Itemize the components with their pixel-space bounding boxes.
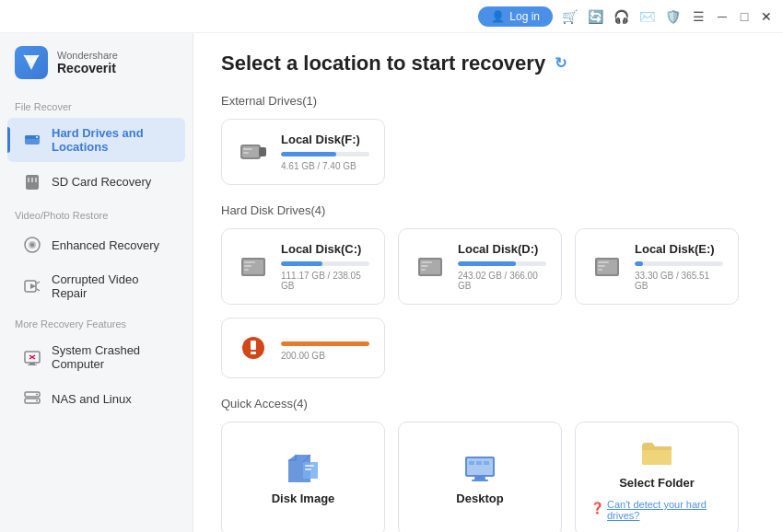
svg-point-9 — [30, 243, 34, 247]
svg-rect-6 — [35, 178, 37, 182]
sidebar-item-system-crashed[interactable]: System Crashed Computer — [7, 335, 185, 379]
hdd-icon-d — [414, 250, 447, 283]
card-inner-f: Local Disk(F:) 4.61 GB / 7.40 GB — [237, 133, 369, 171]
list-icon[interactable]: ☰ — [689, 7, 707, 26]
titlebar: 👤 Log in 🛒 🔄 🎧 ✉️ 🛡️ ☰ ─ □ ✕ — [0, 0, 783, 33]
svg-rect-45 — [251, 352, 256, 354]
system-crashed-icon — [22, 347, 42, 367]
drive-card-e[interactable]: Local Disk(E:) 33.30 GB / 365.51 GB — [575, 228, 739, 305]
system-crashed-label: System Crashed Computer — [52, 343, 170, 371]
quick-card-select-folder[interactable]: Select Folder ❓ Can't detect your hard d… — [575, 422, 739, 532]
login-button[interactable]: 👤 Log in — [478, 6, 553, 27]
hard-drives-icon — [22, 130, 42, 150]
folder-icon — [638, 437, 675, 468]
card-size-e: 33.30 GB / 365.51 GB — [635, 271, 723, 291]
desktop-icon — [462, 453, 497, 484]
desktop-label: Desktop — [456, 492, 503, 505]
card-name-d: Local Disk(D:) — [458, 242, 546, 256]
question-icon: ❓ — [590, 502, 604, 515]
hard-drives-label: Hard Drives and Locations — [52, 126, 170, 154]
external-drives-row: Local Disk(F:) 4.61 GB / 7.40 GB — [221, 119, 755, 185]
sidebar-item-nas-linux[interactable]: NAS and Linux — [7, 380, 185, 417]
card-size-nolabel: 200.00 GB — [281, 351, 369, 361]
email-icon[interactable]: ✉️ — [637, 7, 656, 26]
sd-card-label: SD Card Recovery — [52, 175, 151, 189]
minimize-button[interactable]: ─ — [715, 9, 730, 24]
sidebar-item-sd-card[interactable]: SD Card Recovery — [7, 163, 185, 200]
card-inner-d: Local Disk(D:) 243.02 GB / 366.00 GB — [414, 242, 546, 291]
shield-icon[interactable]: 🛡️ — [663, 7, 682, 26]
hard-disk-drives-title: Hard Disk Drives(4) — [221, 203, 755, 217]
enhanced-recovery-label: Enhanced Recovery — [52, 238, 159, 252]
sidebar-item-corrupted-video[interactable]: Corrupted Video Repair — [7, 264, 185, 308]
login-label: Log in — [509, 10, 540, 23]
card-size-f: 4.61 GB / 7.40 GB — [281, 161, 369, 171]
content-area: Select a location to start recovery ↻ Ex… — [193, 33, 783, 532]
svg-rect-35 — [421, 261, 432, 263]
page-title-text: Select a location to start recovery — [221, 52, 545, 75]
cart-icon[interactable]: 🛒 — [560, 7, 578, 26]
logo-brand: Wondershare — [57, 50, 118, 61]
user-icon: 👤 — [491, 10, 505, 23]
svg-rect-37 — [421, 269, 426, 271]
progress-fill-c — [281, 261, 322, 266]
svg-rect-54 — [484, 461, 489, 465]
nas-linux-icon — [22, 388, 42, 409]
svg-line-12 — [37, 282, 40, 283]
main-layout: Wondershare Recoverit File Recover Hard … — [0, 33, 783, 532]
section-label-file-recover: File Recover — [0, 92, 193, 117]
card-inner-e: Local Disk(E:) 33.30 GB / 365.51 GB — [590, 242, 723, 291]
sidebar: Wondershare Recoverit File Recover Hard … — [0, 33, 193, 532]
drive-card-f[interactable]: Local Disk(F:) 4.61 GB / 7.40 GB — [221, 119, 385, 185]
card-name-f: Local Disk(F:) — [281, 133, 369, 146]
svg-rect-32 — [244, 269, 249, 271]
svg-rect-15 — [29, 363, 35, 364]
rotate-icon[interactable]: 🔄 — [586, 7, 604, 26]
svg-rect-49 — [467, 458, 493, 475]
hdd-icon-e — [590, 250, 624, 283]
close-button[interactable]: ✕ — [759, 9, 774, 24]
svg-rect-41 — [598, 265, 605, 267]
svg-point-2 — [36, 136, 38, 138]
svg-rect-31 — [244, 265, 251, 267]
maximize-button[interactable]: □ — [737, 9, 752, 24]
quick-card-desktop[interactable]: Desktop — [398, 422, 562, 532]
sidebar-item-hard-drives[interactable]: Hard Drives and Locations — [7, 118, 185, 162]
drive-card-c[interactable]: Local Disk(C:) 111.17 GB / 238.05 GB — [221, 228, 385, 305]
svg-rect-25 — [259, 147, 266, 156]
svg-rect-5 — [31, 178, 33, 182]
sidebar-item-enhanced-recovery[interactable]: Enhanced Recovery — [7, 226, 185, 263]
svg-rect-4 — [28, 178, 29, 182]
corrupted-video-icon — [22, 276, 42, 296]
page-title: Select a location to start recovery ↻ — [221, 52, 755, 75]
svg-rect-46 — [305, 465, 314, 467]
drive-card-d[interactable]: Local Disk(D:) 243.02 GB / 366.00 GB — [398, 228, 562, 305]
logo-icon — [15, 46, 48, 79]
logo-text: Wondershare Recoverit — [57, 50, 118, 75]
svg-rect-52 — [469, 461, 474, 465]
cant-detect-link[interactable]: Can't detect your hard drives? — [607, 499, 723, 521]
svg-rect-30 — [244, 261, 255, 263]
card-info-f: Local Disk(F:) 4.61 GB / 7.40 GB — [281, 133, 369, 171]
sd-card-icon — [22, 171, 42, 191]
svg-line-13 — [37, 289, 40, 291]
drive-card-nolabel[interactable]: 200.00 GB — [221, 318, 385, 378]
quick-card-disk-image[interactable]: Disk Image — [221, 422, 385, 532]
quick-access-row: Disk Image Desktop — [221, 422, 755, 532]
card-info-nolabel: 200.00 GB — [281, 336, 369, 361]
refresh-icon[interactable]: ↻ — [555, 54, 573, 73]
svg-rect-16 — [28, 364, 37, 365]
headset-icon[interactable]: 🎧 — [612, 7, 630, 26]
quick-access-title: Quick Access(4) — [221, 397, 755, 411]
svg-point-21 — [36, 394, 38, 396]
logo-product: Recoverit — [57, 61, 118, 75]
disk-image-icon — [285, 453, 321, 484]
card-size-d: 243.02 GB / 366.00 GB — [458, 271, 546, 291]
svg-rect-36 — [421, 265, 428, 267]
svg-point-22 — [36, 400, 38, 402]
svg-marker-11 — [30, 283, 36, 289]
section-label-more-recovery: More Recovery Features — [0, 309, 193, 334]
card-info-c: Local Disk(C:) 111.17 GB / 238.05 GB — [281, 242, 369, 291]
card-name-c: Local Disk(C:) — [281, 242, 369, 256]
section-label-video-photo: Video/Photo Restore — [0, 201, 193, 226]
